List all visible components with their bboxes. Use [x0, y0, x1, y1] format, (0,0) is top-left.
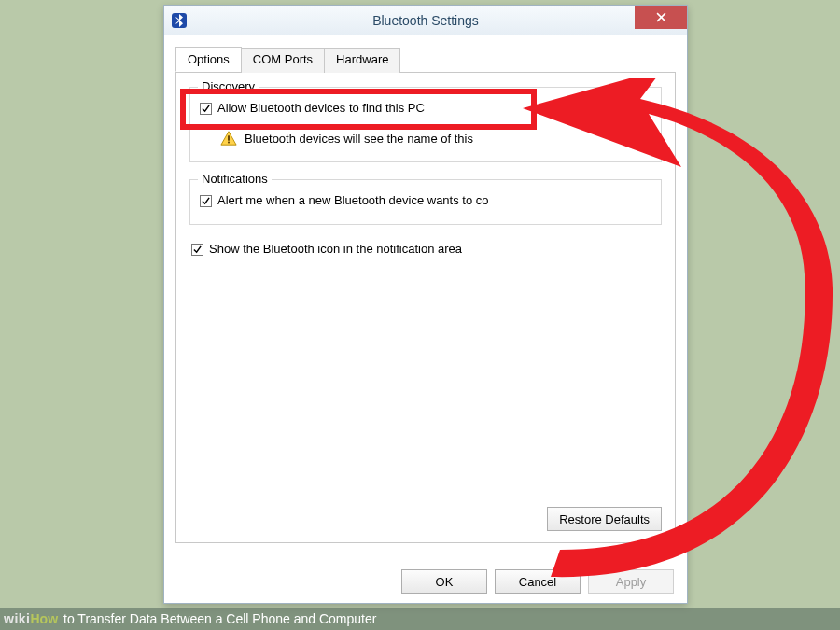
restore-defaults-area: Restore Defaults — [547, 507, 662, 531]
discovery-warning-row: Bluetooth devices will see the name of t… — [220, 130, 651, 147]
checkbox-label: Allow Bluetooth devices to find this PC — [217, 101, 425, 115]
warning-icon — [220, 130, 237, 147]
ok-button[interactable]: OK — [401, 569, 487, 594]
checkbox-icon — [191, 244, 203, 256]
group-notifications: Notifications Alert me when a new Blueto… — [189, 179, 662, 225]
svg-rect-1 — [228, 142, 230, 144]
caption-bar: wikiHow to Transfer Data Between a Cell … — [0, 608, 840, 630]
dialog-buttons: OK Cancel Apply — [401, 569, 674, 594]
client-area: Options COM Ports Hardware Discovery All… — [164, 35, 687, 553]
checkbox-show-tray-icon[interactable]: Show the Bluetooth icon in the notificat… — [191, 242, 662, 256]
apply-button[interactable]: Apply — [588, 569, 674, 594]
group-discovery: Discovery Allow Bluetooth devices to fin… — [189, 87, 662, 162]
svg-rect-0 — [228, 135, 230, 140]
window-title: Bluetooth Settings — [164, 13, 687, 28]
close-icon — [656, 12, 666, 22]
checkbox-icon — [200, 195, 212, 207]
checkbox-icon — [200, 103, 212, 115]
checkbox-alert-new-device[interactable]: Alert me when a new Bluetooth device wan… — [200, 193, 651, 207]
group-discovery-legend: Discovery — [198, 79, 259, 93]
tab-hardware[interactable]: Hardware — [324, 48, 400, 73]
checkbox-allow-find-pc[interactable]: Allow Bluetooth devices to find this PC — [200, 101, 651, 115]
cancel-button[interactable]: Cancel — [495, 569, 581, 594]
tab-options[interactable]: Options — [175, 47, 242, 72]
group-notifications-legend: Notifications — [198, 172, 272, 186]
bluetooth-settings-window: Bluetooth Settings Options COM Ports Har… — [163, 5, 688, 604]
tab-com-ports[interactable]: COM Ports — [241, 48, 325, 73]
caption-brand-pre: wiki — [4, 611, 30, 626]
bluetooth-icon — [172, 13, 187, 28]
titlebar[interactable]: Bluetooth Settings — [164, 6, 687, 35]
tab-strip: Options COM Ports Hardware — [175, 47, 676, 73]
caption-text: to Transfer Data Between a Cell Phone an… — [63, 611, 376, 626]
checkbox-label: Show the Bluetooth icon in the notificat… — [209, 242, 462, 256]
tab-panel-options: Discovery Allow Bluetooth devices to fin… — [175, 72, 676, 543]
restore-defaults-button[interactable]: Restore Defaults — [547, 507, 662, 531]
checkbox-label: Alert me when a new Bluetooth device wan… — [217, 193, 489, 207]
close-button[interactable] — [635, 6, 687, 29]
discovery-warning-text: Bluetooth devices will see the name of t… — [245, 132, 473, 146]
caption-brand-suf: How — [30, 611, 58, 626]
